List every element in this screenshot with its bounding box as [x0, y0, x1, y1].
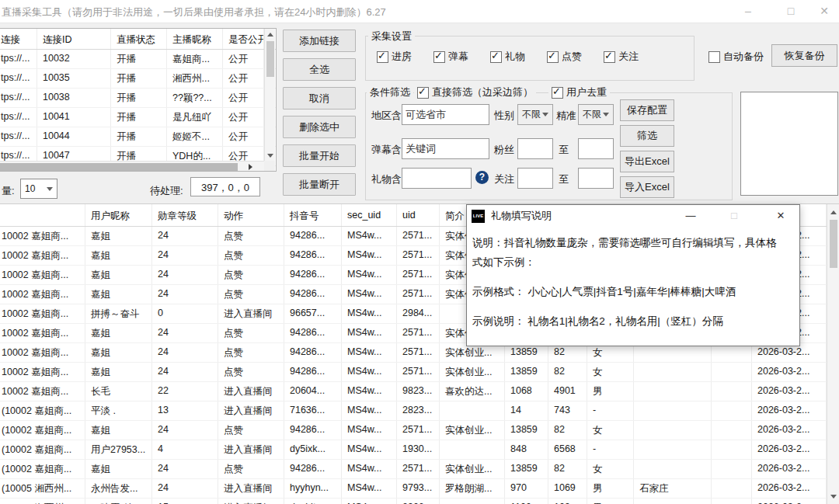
checkbox-label: 进房 [392, 50, 412, 64]
table-cell: 10002 嘉姐商... [0, 304, 85, 323]
table-row[interactable]: 10002 嘉姐商...嘉姐24点赞94286...MS4w...2571...… [0, 363, 839, 382]
table-row[interactable]: tps://...10032开播嘉姐商...公开 [0, 50, 276, 69]
batch-start-button[interactable]: 批量开始 [283, 144, 356, 167]
scroll-down-icon[interactable] [827, 491, 839, 502]
column-header[interactable]: 抖音号 [284, 204, 342, 226]
checkbox-label: 关注 [618, 50, 639, 64]
filter-button[interactable]: 筛选 [620, 125, 674, 147]
precise-select[interactable]: 不限 [578, 104, 614, 125]
scroll-right-icon[interactable] [242, 162, 258, 172]
table-row[interactable]: (10002 嘉姐商...嘉姐24点赞94286...MS4w...2571..… [0, 421, 839, 440]
column-header[interactable]: 主播昵称 [167, 29, 223, 49]
gift-input[interactable] [402, 168, 472, 189]
export-excel-button[interactable]: 导出Excel [620, 151, 674, 172]
checkbox-direct-filter[interactable]: ✓ 直接筛选（边采边筛） [414, 85, 536, 99]
table-cell [440, 401, 505, 420]
scrollbar-thumb[interactable] [830, 220, 837, 268]
table-cell: 2571... [397, 363, 440, 381]
window-minimize-button[interactable]: – [736, 2, 760, 20]
table-row[interactable]: (10002 嘉姐商...嘉姐24点赞94286...MS4w...2571..… [0, 460, 839, 479]
table-cell: 20604... [284, 382, 342, 401]
check-icon: ✓ [604, 50, 613, 61]
table-cell: 2026-03-2... [752, 460, 827, 478]
table-cell [440, 499, 505, 504]
quantity-select[interactable]: 10 [20, 179, 57, 199]
column-header[interactable]: sec_uid [342, 204, 397, 226]
gender-select[interactable]: 不限 [517, 104, 553, 125]
scrollbar-corner [264, 161, 275, 172]
window-maximize-button[interactable]: □ [779, 2, 802, 20]
follow-max-input[interactable] [578, 168, 614, 189]
import-excel-button[interactable]: 导入Excel [620, 176, 674, 198]
quantity-value: 10 [25, 183, 35, 194]
checkbox-label: 点赞 [562, 50, 582, 64]
dialog-close-button[interactable]: ✕ [768, 205, 793, 227]
danmu-input[interactable] [402, 138, 489, 159]
table-cell: (10002 嘉姐商... [0, 460, 85, 478]
dialog-minimize-button[interactable]: — [678, 205, 703, 227]
scrollbar-thumb[interactable] [0, 163, 238, 171]
check-icon: ✓ [552, 85, 561, 97]
column-header[interactable]: 勋章等级 [152, 204, 218, 226]
cancel-button[interactable]: 取消 [283, 87, 356, 109]
checkbox-auto-backup[interactable]: 自动备份 [708, 50, 764, 64]
table-cell: 4 [152, 440, 218, 459]
fans-max-input[interactable] [578, 138, 614, 159]
column-header[interactable]: 直播状态 [111, 29, 167, 49]
dialog-maximize-button[interactable]: □ [722, 205, 747, 227]
connection-table-horizontal-scrollbar[interactable] [0, 161, 264, 172]
column-header[interactable]: uid [397, 204, 440, 226]
results-table-vertical-scrollbar[interactable] [827, 204, 839, 504]
connection-table-panel: 连接连接ID直播状态主播昵称是否公开tps://...10032开播嘉姐商...… [0, 28, 277, 172]
checkbox-follow[interactable]: ✓ 关注 [604, 50, 639, 64]
connection-table-vertical-scrollbar[interactable] [264, 29, 275, 161]
table-row[interactable]: tps://...10044开播姬姬不...公开 [0, 127, 276, 147]
table-cell [634, 382, 712, 401]
column-header[interactable] [0, 204, 85, 226]
region-input[interactable] [402, 104, 489, 125]
save-config-button[interactable]: 保存配置 [620, 99, 674, 121]
table-row[interactable]: (10002 嘉姐商...平淡 .13进入直播间71636...MS4w...2… [0, 401, 839, 421]
table-row[interactable]: (10005 湘西州...永州告发...24进入直播间hyyhyn...MS4w… [0, 479, 839, 499]
add-link-button[interactable]: 添加链接 [283, 30, 356, 52]
checkbox-danmu[interactable]: ✓ 弹幕 [433, 50, 468, 64]
table-cell: 2571... [397, 460, 440, 478]
table-row[interactable]: tps://...10038开播??颖??...公开 [0, 89, 276, 108]
column-header[interactable]: 是否公开 [223, 29, 264, 49]
dialog-title-bar[interactable]: LIVE 礼物填写说明 [467, 205, 799, 227]
table-cell [712, 499, 752, 504]
scroll-up-icon[interactable] [827, 207, 839, 217]
restore-backup-button[interactable]: 恢复备份 [771, 44, 837, 67]
batch-stop-button[interactable]: 批量断开 [283, 173, 356, 196]
table-cell: ??颖??... [167, 89, 223, 107]
checkbox-gift[interactable]: ✓ 礼物 [490, 50, 525, 64]
table-cell: 1100 [505, 499, 548, 504]
filter-listbox[interactable] [740, 92, 838, 196]
column-header[interactable]: 动作 [218, 204, 284, 226]
table-row[interactable]: (10002 嘉姐商...用户27953...4进入直播间dy5ixk...MS… [0, 440, 839, 460]
help-icon[interactable]: ? [475, 171, 489, 184]
checkbox-like[interactable]: ✓ 点赞 [547, 50, 582, 64]
fans-min-input[interactable] [517, 138, 553, 159]
select-all-button[interactable]: 全选 [283, 58, 356, 81]
table-row[interactable]: tps://...10041开播是凡纽吖公开 [0, 108, 276, 127]
column-header[interactable]: 连接ID [37, 29, 111, 49]
table-cell: 2571... [397, 285, 440, 304]
scrollbar-thumb[interactable] [266, 41, 274, 77]
table-cell: 22 [152, 382, 218, 401]
delete-selected-button[interactable]: 删除选中 [283, 116, 356, 138]
dialog-text-area[interactable]: 说明：抖音礼物数量庞杂，需要筛选哪些可自行编辑填写，具体格 式如下示例： 示例格… [468, 227, 799, 345]
column-header[interactable]: 连接 [0, 29, 37, 49]
window-close-button[interactable]: ✕ [813, 2, 836, 20]
scroll-up-icon[interactable] [265, 29, 276, 40]
follow-min-input[interactable] [517, 168, 553, 189]
table-cell: 女 [587, 363, 634, 381]
table-row[interactable]: 10002 嘉姐商...长毛22进入直播间20604...MS4w...9823… [0, 382, 839, 401]
column-header[interactable]: 用户昵称 [85, 204, 152, 226]
checkbox-enter-room[interactable]: ✓ 进房 [377, 50, 412, 64]
table-row[interactable]: tps://...10035开播湘西州...公开 [0, 69, 276, 89]
checkbox-dedupe[interactable]: ✓ 用户去重 [548, 85, 610, 99]
scroll-down-icon[interactable] [265, 150, 276, 161]
table-row[interactable]: (10005 湘西州...口味王-特...15进入直播间dyqhlt...MS4… [0, 499, 839, 504]
table-cell: 平淡 . [85, 401, 152, 420]
